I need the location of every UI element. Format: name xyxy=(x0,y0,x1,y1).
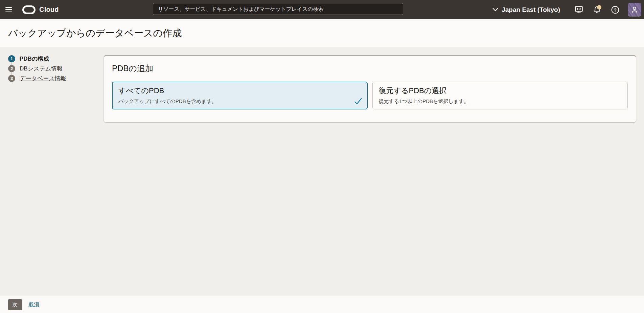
step-number-badge: 2 xyxy=(8,65,15,72)
step-database-info[interactable]: 3 データベース情報 xyxy=(8,75,104,82)
top-navigation-bar: Cloud Japan East (Tokyo) xyxy=(0,0,644,19)
wizard-footer: 次 取消 xyxy=(0,296,644,313)
page-title: バックアップからのデータベースの作成 xyxy=(8,27,182,40)
option-select-pdbs[interactable]: 復元するPDBの選択 復元する1つ以上のPDBを選択します。 xyxy=(372,82,628,109)
oracle-o-logo-icon xyxy=(22,5,36,14)
notifications-button[interactable] xyxy=(591,4,603,16)
step-label[interactable]: データベース情報 xyxy=(20,75,66,82)
wizard-stepper: 1 PDBの構成 2 DBシステム情報 3 データベース情報 xyxy=(8,55,104,296)
step-label: PDBの構成 xyxy=(20,55,49,63)
region-label: Japan East (Tokyo) xyxy=(502,6,560,14)
region-selector[interactable]: Japan East (Tokyo) xyxy=(492,6,560,14)
step-number-badge: 3 xyxy=(8,75,15,82)
option-title: 復元するPDBの選択 xyxy=(379,86,622,96)
chevron-down-icon xyxy=(492,8,498,12)
cancel-link[interactable]: 取消 xyxy=(28,301,39,308)
next-button[interactable]: 次 xyxy=(8,299,22,310)
option-all-pdbs[interactable]: すべてのPDB バックアップにすべてのPDBを含めます。 xyxy=(112,82,368,109)
step-db-system-info[interactable]: 2 DBシステム情報 xyxy=(8,65,104,72)
svg-text:?: ? xyxy=(614,7,617,12)
option-description: 復元する1つ以上のPDBを選択します。 xyxy=(379,98,622,105)
option-description: バックアップにすべてのPDBを含めます。 xyxy=(118,98,361,105)
hamburger-menu-icon[interactable] xyxy=(1,0,16,19)
cloud-shell-monitor-icon xyxy=(575,5,583,14)
help-question-icon: ? xyxy=(611,5,620,14)
cloud-shell-button[interactable] xyxy=(573,4,585,16)
option-title: すべてのPDB xyxy=(118,86,361,96)
step-pdb-configuration: 1 PDBの構成 xyxy=(8,55,104,62)
profile-avatar[interactable] xyxy=(628,3,641,17)
header-right-cluster: Japan East (Tokyo) ? xyxy=(492,0,641,19)
search-input[interactable] xyxy=(153,3,403,15)
main-content: 1 PDBの構成 2 DBシステム情報 3 データベース情報 PDBの追加 すべ… xyxy=(0,47,644,296)
person-icon xyxy=(630,5,639,14)
panel-heading: PDBの追加 xyxy=(112,63,628,74)
step-label[interactable]: DBシステム情報 xyxy=(20,65,63,72)
page-header: バックアップからのデータベースの作成 xyxy=(0,19,644,47)
global-search xyxy=(153,3,403,15)
pdb-add-panel: PDBの追加 すべてのPDB バックアップにすべてのPDBを含めます。 復元する… xyxy=(104,55,636,122)
pdb-option-tiles: すべてのPDB バックアップにすべてのPDBを含めます。 復元するPDBの選択 … xyxy=(112,82,628,109)
notification-badge-dot xyxy=(597,5,601,9)
brand-label: Cloud xyxy=(39,6,59,14)
brand-logo[interactable]: Cloud xyxy=(22,5,59,14)
step-number-badge: 1 xyxy=(8,55,15,62)
selected-checkmark-icon xyxy=(354,98,362,105)
help-button[interactable]: ? xyxy=(609,4,621,16)
